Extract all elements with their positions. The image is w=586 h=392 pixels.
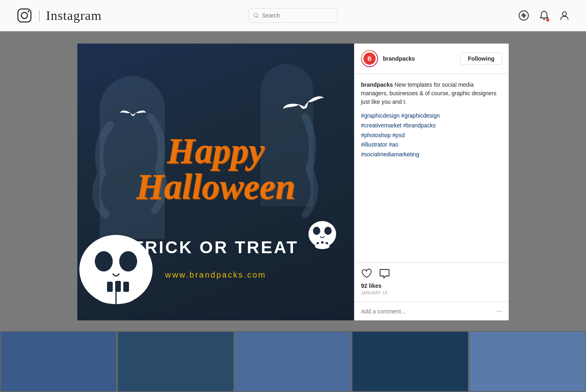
notification-dot — [546, 18, 549, 22]
svg-point-2 — [28, 11, 29, 12]
search-container — [248, 8, 338, 23]
add-comment-input[interactable] — [361, 308, 496, 315]
action-icons — [361, 268, 502, 279]
navbar-right — [518, 10, 570, 21]
navbar-left: Instagram — [16, 7, 102, 24]
thumbnail-5[interactable] — [469, 331, 586, 392]
more-options-button[interactable]: ··· — [496, 307, 502, 315]
bat-left-icon — [120, 107, 146, 121]
thumbnails-row — [0, 323, 586, 392]
svg-marker-6 — [521, 13, 527, 18]
caption-text: brandpacks New templates for social medi… — [361, 81, 502, 106]
search-input[interactable] — [262, 12, 332, 19]
instagram-logo-icon[interactable] — [16, 7, 33, 24]
halloween-title: Happy Halloween — [91, 133, 340, 205]
svg-point-17 — [313, 227, 320, 235]
thumbnail-4[interactable] — [352, 331, 469, 392]
like-button[interactable] — [361, 268, 372, 279]
search-bar[interactable] — [248, 8, 338, 23]
post-image-area: Happy Halloween TRICK OR TREAT www.brand… — [77, 44, 354, 320]
svg-point-22 — [315, 243, 330, 249]
svg-line-4 — [257, 17, 258, 18]
main-content: Happy Halloween TRICK OR TREAT www.brand… — [0, 31, 586, 392]
comment-button[interactable] — [379, 268, 390, 279]
thumbnail-3[interactable] — [234, 331, 352, 392]
svg-point-7 — [562, 12, 566, 16]
hashtags: #graphicdesign #graphicdesign #creativem… — [361, 111, 502, 160]
svg-rect-11 — [107, 282, 113, 292]
svg-point-18 — [324, 227, 332, 235]
caption-username[interactable]: brandpacks — [361, 81, 393, 88]
post-caption: brandpacks New templates for social medi… — [354, 74, 509, 263]
thumbnail-2[interactable] — [117, 331, 234, 392]
svg-point-1 — [22, 13, 28, 19]
skull-bottom-left-icon — [77, 229, 161, 320]
svg-point-10 — [119, 251, 137, 272]
svg-point-9 — [95, 251, 113, 272]
skull-mid-right-icon — [305, 219, 340, 257]
following-button[interactable]: Following — [460, 53, 502, 65]
add-comment-area: ··· — [354, 302, 509, 320]
halloween-image: Happy Halloween TRICK OR TREAT www.brand… — [77, 44, 354, 320]
instagram-wordmark: Instagram — [46, 8, 102, 23]
thumbnail-1[interactable] — [0, 331, 117, 392]
profile-icon[interactable] — [559, 10, 570, 21]
avatar-inner: B — [362, 51, 377, 66]
happy-text: Happy — [91, 133, 340, 169]
avatar[interactable]: B — [361, 50, 378, 67]
post-header: B brandpacks Following — [354, 44, 509, 74]
post-date: January 16 — [361, 291, 502, 295]
post-username[interactable]: brandpacks — [383, 55, 415, 62]
avatar-logo: B — [363, 53, 376, 65]
nav-divider — [39, 10, 39, 21]
post-modal: Happy Halloween TRICK OR TREAT www.brand… — [77, 44, 509, 320]
post-actions: 92 likes January 16 — [354, 263, 509, 302]
search-icon — [254, 13, 259, 18]
navbar: Instagram — [0, 0, 586, 31]
svg-rect-13 — [123, 282, 129, 292]
post-info-panel: B brandpacks Following brandpacks New te… — [354, 44, 509, 320]
halloween-text: Halloween — [91, 169, 340, 205]
explore-icon[interactable] — [518, 10, 529, 21]
likes-count: 92 likes — [361, 283, 502, 289]
svg-rect-12 — [115, 281, 121, 292]
notifications-icon[interactable] — [539, 10, 549, 21]
website-url: www.brandpacks.com — [165, 270, 267, 280]
post-user-info: B brandpacks — [361, 50, 415, 67]
